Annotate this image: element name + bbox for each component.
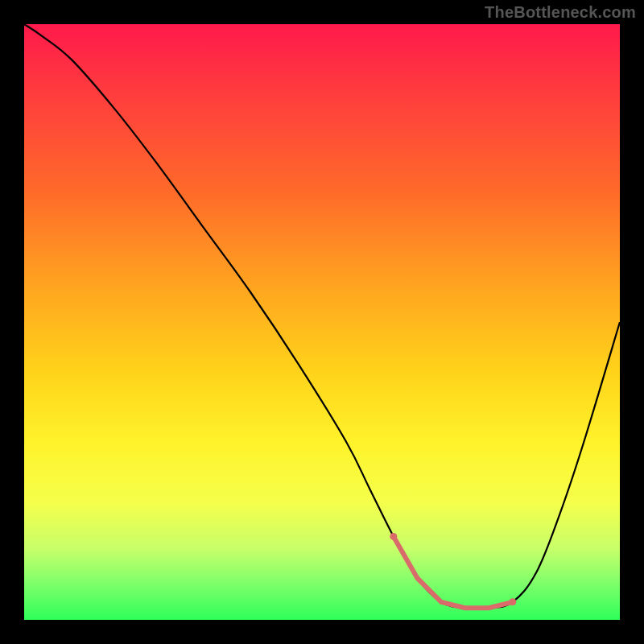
curve-svg <box>24 24 620 620</box>
bottleneck-curve-line <box>24 24 620 609</box>
svg-point-1 <box>509 598 516 605</box>
svg-point-0 <box>390 533 397 540</box>
highlight-dots <box>390 533 516 605</box>
chart-frame: TheBottleneck.com <box>0 0 644 644</box>
watermark-text: TheBottleneck.com <box>485 3 636 22</box>
highlight-segment <box>394 536 513 608</box>
plot-area <box>24 24 620 620</box>
